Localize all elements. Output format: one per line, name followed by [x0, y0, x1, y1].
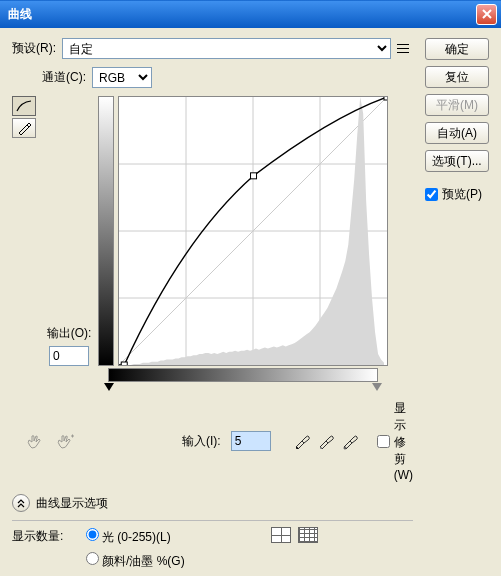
preset-label: 预设(R):: [12, 40, 56, 57]
curve-tool-button[interactable]: [12, 96, 36, 116]
show-clipping-checkbox[interactable]: 显示修剪(W): [377, 400, 413, 482]
close-button[interactable]: [476, 4, 497, 25]
svg-rect-8: [121, 362, 127, 365]
dialog-title: 曲线: [4, 6, 476, 23]
preview-checkbox[interactable]: 预览(P): [425, 186, 489, 203]
pencil-icon: [17, 121, 31, 135]
grid-fine-icon[interactable]: [298, 527, 318, 543]
grid-coarse-icon[interactable]: [271, 527, 291, 543]
black-eyedropper-icon[interactable]: [293, 432, 311, 450]
reset-button[interactable]: 复位: [425, 66, 489, 88]
curve-icon: [16, 100, 32, 112]
hand-add-icon[interactable]: [24, 432, 46, 450]
svg-rect-10: [384, 97, 387, 100]
amount-label: 显示数量:: [12, 528, 72, 545]
black-point-slider[interactable]: [104, 383, 114, 391]
svg-rect-9: [251, 173, 257, 179]
collapse-options-button[interactable]: [12, 494, 30, 512]
pencil-tool-button[interactable]: [12, 118, 36, 138]
close-icon: [482, 9, 492, 19]
titlebar: 曲线: [0, 0, 501, 28]
channel-label: 通道(C):: [42, 69, 86, 86]
smooth-button[interactable]: 平滑(M): [425, 94, 489, 116]
horizontal-gradient[interactable]: [108, 368, 378, 382]
gray-eyedropper-icon[interactable]: [317, 432, 335, 450]
input-input[interactable]: [231, 431, 271, 451]
divider: [12, 520, 413, 521]
white-point-slider[interactable]: [372, 383, 382, 391]
output-input[interactable]: [49, 346, 89, 366]
preset-menu-icon[interactable]: [397, 41, 413, 57]
light-radio[interactable]: 光 (0-255)(L): [86, 528, 257, 546]
hand-move-icon[interactable]: [54, 432, 76, 450]
svg-point-11: [296, 447, 298, 449]
ok-button[interactable]: 确定: [425, 38, 489, 60]
curve-path: [119, 97, 387, 365]
input-label: 输入(I):: [182, 433, 221, 450]
pigment-radio[interactable]: 颜料/油墨 %(G): [86, 552, 257, 570]
white-eyedropper-icon[interactable]: [341, 432, 359, 450]
display-options-label: 曲线显示选项: [36, 495, 108, 512]
auto-button[interactable]: 自动(A): [425, 122, 489, 144]
svg-point-12: [320, 447, 322, 449]
channel-select[interactable]: RGB: [92, 67, 152, 88]
curve-graph[interactable]: [118, 96, 388, 366]
vertical-gradient: [98, 96, 114, 366]
output-label: 输出(O):: [47, 325, 92, 342]
svg-point-13: [344, 447, 346, 449]
options-button[interactable]: 选项(T)...: [425, 150, 489, 172]
right-panel: 确定 复位 平滑(M) 自动(A) 选项(T)... 预览(P): [425, 38, 489, 576]
preset-select[interactable]: 自定: [62, 38, 391, 59]
left-panel: 预设(R): 自定 通道(C): RGB: [12, 38, 413, 576]
chevrons-up-icon: [16, 498, 26, 508]
